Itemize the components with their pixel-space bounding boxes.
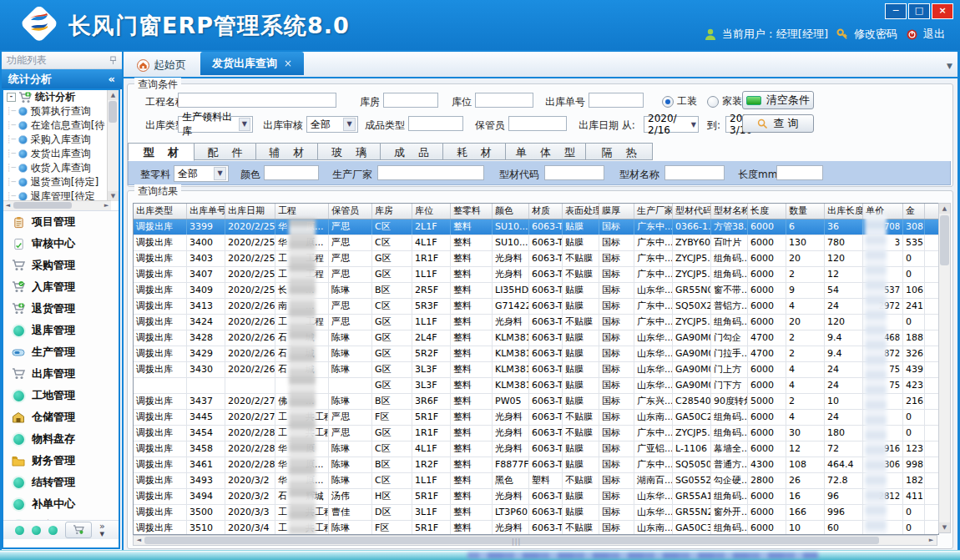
tab-close-icon[interactable]: × [284, 58, 292, 69]
manufacturer-input[interactable] [377, 165, 484, 180]
table-row[interactable]: 调拨出库34452020/2/27工 共工程严思F区5R1F整料光身料6063-… [134, 410, 938, 426]
table-vertical-scrollbar[interactable]: ▲ ▼ [938, 203, 951, 533]
outbound-order-input[interactable] [589, 93, 644, 108]
material-tab-型材[interactable]: 型 材 [128, 143, 195, 161]
location-input[interactable] [475, 93, 533, 108]
length-input[interactable] [776, 165, 823, 180]
table-row[interactable]: 调拨出库33992020/2/25华 原...严思C区2L1F整料SU10...… [134, 219, 938, 235]
column-header-保管员[interactable]: 保管员 [329, 204, 372, 219]
module-item-结转管理[interactable]: 结转管理 [3, 472, 119, 493]
module-item-项目管理[interactable]: 项目管理 [3, 211, 119, 233]
module-item-出库管理[interactable]: 出库管理 [3, 363, 119, 385]
table-row[interactable]: 调拨出库34292020/2/26石 城陈琳G区5R2F整料KLM3817606… [134, 346, 938, 362]
pin-icon[interactable] [109, 56, 117, 65]
tab-list-dropdown-icon[interactable]: ▼ [947, 62, 952, 70]
tree-item-采购入库查询[interactable]: ┊─采购入库查询 [3, 133, 102, 147]
scroll-up-icon[interactable]: ▲ [939, 204, 950, 214]
table-row[interactable]: 调拨出库34282020/2/26石 城陈琳G区2L4F整料KLM3817606… [134, 330, 938, 346]
module-item-退货管理[interactable]: 退货管理 [3, 298, 119, 320]
table-horizontal-scrollbar[interactable]: ◄ ||| ► [133, 535, 937, 546]
warehouse-input[interactable] [383, 93, 438, 108]
table-row[interactable]: 调拨出库34302020/2/26石 城陈琳G区3L3F整料KLM3817606… [134, 362, 938, 378]
table-row[interactable]: 调拨出库35102020/3/4工 共工程陈琳F区5R1F整料光身料6063-T… [134, 521, 938, 535]
scroll-right-icon[interactable]: ► [102, 202, 111, 209]
column-header-表面处理[interactable]: 表面处理 [563, 204, 599, 219]
module-item-入库管理[interactable]: 入库管理 [3, 276, 119, 298]
scroll-up-icon[interactable]: ▲ [108, 90, 119, 100]
module-item-采购管理[interactable]: 采购管理 [3, 255, 119, 276]
minimize-button[interactable]: − [885, 3, 907, 19]
table-vscroll-thumb[interactable] [940, 215, 949, 265]
tree-hscroll-thumb[interactable] [13, 202, 72, 209]
material-tab-成品[interactable]: 成 品 [381, 143, 443, 160]
more-buttons-chevron[interactable]: »▾ [99, 522, 105, 537]
radio-jiazhuang[interactable]: 家装 [707, 94, 742, 108]
profile-code-input[interactable] [544, 165, 604, 180]
material-tab-耗材[interactable]: 耗 材 [443, 143, 506, 160]
clear-conditions-button[interactable]: 清空条件 [742, 91, 814, 109]
radio-gongzhuang[interactable]: 工装 [662, 94, 697, 108]
table-row[interactable]: 调拨出库34542020/2/28工 共工程严思G区1R1F整料光身料6063-… [134, 426, 938, 441]
tree-vscroll-thumb[interactable] [109, 101, 117, 123]
module-dot-icon[interactable] [48, 526, 58, 535]
change-password-button[interactable]: 修改密码 [836, 27, 897, 42]
column-header-型材代码[interactable]: 型材代码 [673, 204, 711, 219]
tree-item-在途信息查询[待[interactable]: ┊─在途信息查询[待 [3, 119, 102, 133]
stats-section-header[interactable]: 统计分析 « [2, 69, 122, 89]
table-row[interactable]: 调拨出库34242020/2/26工 工程严思G区1L1F整料光身料6063-T… [134, 315, 938, 330]
outbound-audit-select[interactable]: 全部▼ [306, 116, 358, 133]
close-button[interactable]: × [932, 3, 953, 19]
profile-name-input[interactable] [664, 165, 725, 180]
material-tab-单体型材[interactable]: 单 体 型 材 [506, 143, 586, 160]
column-header-出库类型[interactable]: 出库类型 [134, 204, 187, 219]
tree-horizontal-scrollbar[interactable]: ◄ ► [3, 200, 111, 210]
module-item-审核中心[interactable]: 审核中心 [3, 233, 119, 255]
maximize-button[interactable]: □ [908, 3, 930, 19]
search-button[interactable]: 查 询 [742, 114, 814, 133]
material-tab-隔热条[interactable]: 隔 热 条 [586, 143, 653, 160]
material-tab-配件[interactable]: 配 件 [195, 143, 256, 160]
tree-item-退货查询[待定][interactable]: ┊─退货查询[待定] [3, 175, 102, 189]
table-row[interactable]: 调拨出库34072020/2/25工 工程严思G区1L1F整料光身料6063-T… [134, 267, 938, 283]
column-header-出库长度[interactable]: 出库长度 [825, 204, 863, 219]
column-header-工程[interactable]: 工程 [275, 204, 329, 219]
table-row[interactable]: 调拨出库34932020/3/2华 原...陈琳C区1L1F整料黑色塑料不贴膜国… [134, 473, 938, 489]
column-header-膜厚[interactable]: 膜厚 [599, 204, 634, 219]
column-header-出库单号[interactable]: 出库单号 [187, 204, 225, 219]
keeper-input[interactable] [508, 116, 567, 131]
module-item-工地管理[interactable]: 工地管理 [3, 385, 119, 406]
column-header-材质[interactable]: 材质 [529, 204, 563, 219]
tree-vertical-scrollbar[interactable]: ▲ ▼ [107, 90, 119, 201]
column-header-数量[interactable]: 数量 [786, 204, 825, 219]
column-header-库位[interactable]: 库位 [412, 204, 451, 219]
whole-part-select[interactable]: 全部▼ [174, 165, 229, 182]
material-tab-玻璃[interactable]: 玻 璃 [318, 143, 381, 160]
table-hscroll-thumb[interactable]: ||| [144, 537, 879, 544]
project-name-input[interactable] [178, 93, 336, 108]
tab-home[interactable]: 起始页 [129, 55, 195, 75]
tree-item-预算执行查询[interactable]: ┊─预算执行查询 [3, 104, 102, 119]
scroll-left-icon[interactable]: ◄ [3, 202, 13, 209]
color-input[interactable] [264, 165, 319, 180]
column-header-生产厂家[interactable]: 生产厂家 [634, 204, 673, 219]
logout-button[interactable]: 退出 [906, 27, 945, 42]
outbound-type-select[interactable]: 生产领料出库▼ [178, 116, 253, 133]
table-row[interactable]: 调拨出库34372020/2/27佛 ...陈琳B区3R6F整料PW056063… [134, 394, 938, 410]
product-type-input[interactable] [408, 116, 463, 131]
module-dot-icon[interactable] [32, 526, 41, 535]
table-row[interactable]: 调拨出库34942020/3/2石 辉城汤伟H区5R1F整料光身料6063-T5… [134, 489, 938, 505]
column-header-出库日期[interactable]: 出库日期 [225, 204, 275, 219]
table-row[interactable]: 调拨出库34132020/2/26南 ...严思C区5R3F整料G7142260… [134, 299, 938, 315]
table-row[interactable]: G区3L3F整料KLM38176063-T5贴膜国标山东华...GA90M09.… [134, 378, 938, 394]
tree-item-收货入库查询[interactable]: ┊─收货入库查询 [3, 161, 102, 175]
tab-shipment-outbound-query[interactable]: 发货出库查询 × [200, 52, 304, 75]
column-header-整零料[interactable]: 整零料 [451, 204, 493, 219]
module-item-退库管理[interactable]: 退库管理 [3, 320, 119, 341]
module-item-物料盘存[interactable]: 物料盘存 [3, 428, 119, 450]
table-row[interactable]: 调拨出库34032020/2/25工 工程严思G区1R1F整料光身料6063-T… [134, 251, 938, 267]
scroll-right-icon[interactable]: ► [927, 537, 936, 544]
tree-expander-icon[interactable]: - [7, 93, 16, 102]
module-item-补单中心[interactable]: 补单中心 [3, 493, 119, 515]
module-item-财务管理[interactable]: 财务管理 [3, 450, 119, 472]
module-item-仓储管理[interactable]: 仓储管理 [3, 406, 119, 428]
